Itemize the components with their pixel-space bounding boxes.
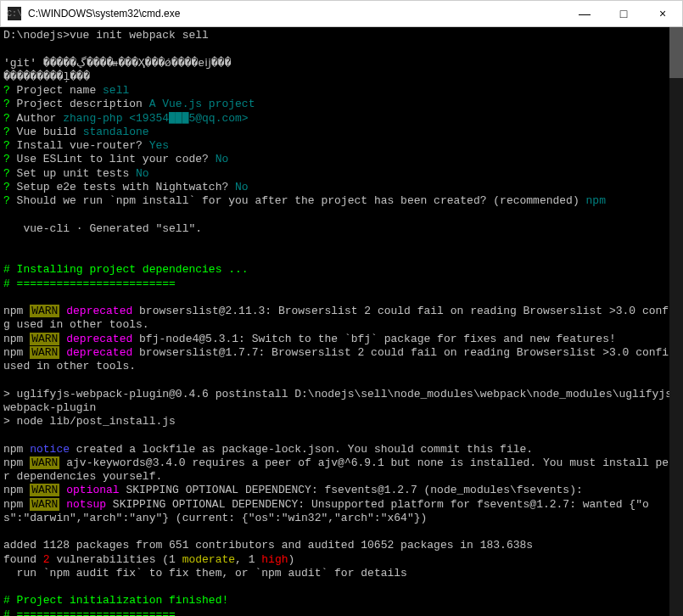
prompt-project-description: ? Project description A Vue.js project [3, 98, 680, 111]
prompt-project-name: ? Project name sell [3, 84, 680, 98]
output-line [3, 236, 680, 249]
postinstall-line: > uglifyjs-webpack-plugin@0.4.6 postinst… [3, 388, 680, 416]
prompt-eslint: ? Use ESLint to lint your code? No [3, 153, 680, 166]
summary-added: added 1128 packages from 651 contributor… [3, 539, 680, 552]
prompt-author: ? Author zhang-php <19354███5@qq.com> [3, 112, 680, 126]
npm-warn-notsup: npm WARN notsup SKIPPING OPTIONAL DEPEND… [3, 498, 680, 526]
output-line [3, 580, 680, 594]
window-controls: — □ × [565, 1, 682, 26]
npm-notice: npm notice created a lockfile as package… [3, 443, 680, 456]
npm-warn-peer: npm WARN ajv-keywords@3.4.0 requires a p… [3, 456, 680, 484]
window-titlebar: C:\ C:\WINDOWS\system32\cmd.exe — □ × [0, 0, 683, 27]
git-error-line: 'git' �����ڲ����ⲿ���Ҳ���ǿ����еĳ��� [3, 57, 680, 70]
divider-line: # ======================== [3, 277, 680, 291]
git-error-line2: ���������ļ��� [3, 70, 680, 84]
prompt-vue-router: ? Install vue-router? Yes [3, 139, 680, 153]
npm-warn-optional: npm WARN optional SKIPPING OPTIONAL DEPE… [3, 484, 680, 497]
minimize-button[interactable]: — [565, 1, 604, 26]
npm-warn-deprecated: npm WARN deprecated browserslist@2.11.3:… [3, 305, 680, 333]
npm-warn-deprecated: npm WARN deprecated bfj-node4@5.3.1: Swi… [3, 333, 680, 346]
npm-warn-deprecated: npm WARN deprecated browserslist@1.7.7: … [3, 346, 680, 374]
prompt-npm-install: ? Should we run `npm install` for you af… [3, 194, 680, 208]
window-title: C:\WINDOWS\system32\cmd.exe [28, 8, 565, 20]
output-line [3, 42, 680, 56]
output-line [3, 249, 680, 263]
output-line [3, 525, 680, 539]
summary-vulnerabilities: found 2 vulnerabilities (1 moderate, 1 h… [3, 553, 680, 567]
installing-header: # Installing project dependencies ... [3, 263, 680, 277]
output-line [3, 291, 680, 305]
finish-header: # Project initialization finished! [3, 594, 680, 608]
output-line [3, 208, 680, 221]
summary-audit: run `npm audit fix` to fix them, or `npm… [3, 567, 680, 580]
generated-line: vue-cli · Generated "sell". [3, 222, 680, 236]
cmd-icon: C:\ [8, 7, 21, 20]
maximize-button[interactable]: □ [604, 1, 643, 26]
divider-line: # ======================== [3, 608, 680, 617]
prompt-text: D:\nodejs> [3, 29, 70, 42]
postinstall-line: > node lib/post_install.js [3, 415, 680, 428]
command-line: D:\nodejs>vue init webpack sell [3, 29, 680, 42]
scrollbar[interactable] [669, 27, 683, 616]
scrollbar-thumb[interactable] [669, 27, 683, 78]
prompt-e2e-tests: ? Setup e2e tests with Nightwatch? No [3, 181, 680, 194]
close-button[interactable]: × [643, 1, 682, 26]
command-text: vue init webpack sell [70, 29, 209, 42]
output-line [3, 428, 680, 442]
output-line [3, 373, 680, 387]
terminal-output[interactable]: D:\nodejs>vue init webpack sell 'git' ��… [0, 27, 683, 616]
prompt-vue-build: ? Vue build standalone [3, 126, 680, 139]
prompt-unit-tests: ? Set up unit tests No [3, 167, 680, 181]
